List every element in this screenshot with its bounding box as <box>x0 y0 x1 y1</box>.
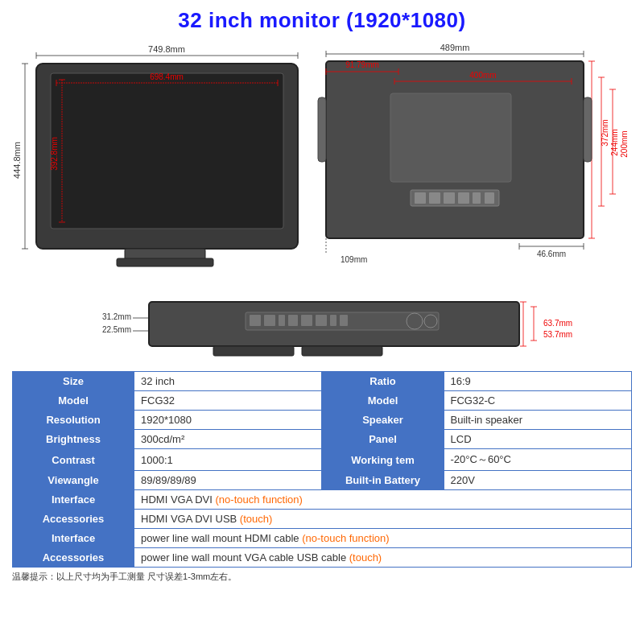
front-diagram: 749.8mm 444.8mm 698.4mm 392.8mm <box>12 41 310 275</box>
spec-value: HDMI VGA DVI USB (touch) <box>134 510 632 529</box>
spec-label: Contrast <box>13 449 134 471</box>
spec-value: FCG32 <box>134 391 322 411</box>
svg-text:400mm: 400mm <box>469 71 496 80</box>
svg-text:109mm: 109mm <box>341 255 367 264</box>
spec-value2: Built-in speaker <box>444 411 631 430</box>
svg-rect-56 <box>458 192 469 204</box>
back-diagram: 489mm 91.79mm 400mm 372mm 244mm <box>318 41 632 275</box>
spec-label2: Working tem <box>322 449 444 471</box>
svg-rect-9 <box>51 73 283 229</box>
footer-note: 温馨提示：以上尺寸均为手工测量 尺寸误差1-3mm左右。 <box>12 571 632 583</box>
svg-rect-73 <box>301 315 312 326</box>
svg-rect-69 <box>250 315 261 326</box>
svg-rect-74 <box>316 315 327 326</box>
spec-label: Resolution <box>13 411 134 430</box>
svg-rect-59 <box>318 97 326 162</box>
bottom-diagram-row: 31.2mm 22.5mm 63 <box>12 278 632 366</box>
svg-text:698.4mm: 698.4mm <box>150 72 184 81</box>
svg-text:372mm: 372mm <box>601 119 609 146</box>
spec-value: power line wall mount VGA cable USB cabl… <box>134 548 632 568</box>
spec-label: Interface <box>13 529 134 548</box>
svg-point-77 <box>407 313 423 329</box>
svg-text:244mm: 244mm <box>610 129 619 155</box>
svg-rect-53 <box>415 192 426 204</box>
svg-text:749.8mm: 749.8mm <box>148 44 185 54</box>
svg-rect-76 <box>340 315 348 326</box>
svg-rect-19 <box>117 258 213 266</box>
bottom-diagram: 31.2mm 22.5mm 63 <box>12 278 624 366</box>
svg-rect-71 <box>279 315 285 326</box>
svg-rect-75 <box>330 315 336 326</box>
spec-value: 32 inch <box>134 372 322 391</box>
spec-value: 300cd/m² <box>134 430 322 449</box>
svg-text:392.8mm: 392.8mm <box>50 137 59 171</box>
svg-rect-70 <box>264 315 275 326</box>
spec-value2: -20°C～60°C <box>444 449 631 471</box>
spec-label: Model <box>13 391 134 411</box>
spec-label: Size <box>13 372 134 391</box>
spec-value2: LCD <box>444 430 631 449</box>
svg-text:200mm: 200mm <box>620 130 629 157</box>
svg-rect-67 <box>302 346 382 356</box>
spec-value2: FCG32-C <box>444 391 631 411</box>
spec-label2: Panel <box>322 430 444 449</box>
spec-label: Accessories <box>13 548 134 568</box>
diagrams-row: 749.8mm 444.8mm 698.4mm 392.8mm <box>12 41 632 275</box>
specs-table: Size32 inchRatio16:9ModelFCG32ModelFCG32… <box>12 371 632 568</box>
spec-label2: Speaker <box>322 411 444 430</box>
page: 32 inch monitor (1920*1080) 749.8mm 444.… <box>0 0 644 589</box>
spec-value: 1000:1 <box>134 449 322 471</box>
spec-value: 89/89/89/89 <box>134 471 322 490</box>
spec-label2: Built-in Battery <box>322 471 444 490</box>
spec-value2: 16:9 <box>444 372 631 391</box>
svg-rect-25 <box>390 93 511 182</box>
spec-label: Viewangle <box>13 471 134 490</box>
svg-text:91.79mm: 91.79mm <box>345 60 379 69</box>
svg-rect-66 <box>213 346 294 356</box>
svg-text:22.5mm: 22.5mm <box>102 325 131 334</box>
spec-label: Interface <box>13 490 134 510</box>
spec-label2: Model <box>322 391 444 411</box>
svg-text:444.8mm: 444.8mm <box>12 142 22 179</box>
spec-value: HDMI VGA DVI (no-touch function) <box>134 490 632 510</box>
spec-value2: 220V <box>444 471 631 490</box>
spec-value: 1920*1080 <box>134 411 322 430</box>
svg-text:53.7mm: 53.7mm <box>543 330 572 339</box>
spec-label: Brightness <box>13 430 134 449</box>
svg-rect-58 <box>485 192 494 204</box>
svg-text:46.6mm: 46.6mm <box>537 250 566 258</box>
svg-text:63.7mm: 63.7mm <box>543 319 572 328</box>
svg-rect-54 <box>429 192 440 204</box>
svg-point-78 <box>424 315 437 328</box>
svg-rect-72 <box>288 315 298 326</box>
page-title: 32 inch monitor (1920*1080) <box>12 8 632 33</box>
svg-text:489mm: 489mm <box>440 43 470 52</box>
svg-rect-57 <box>473 192 481 204</box>
svg-text:31.2mm: 31.2mm <box>102 312 131 321</box>
spec-label2: Ratio <box>322 372 444 391</box>
spec-label: Accessories <box>13 510 134 529</box>
spec-value: power line wall mount HDMI cable (no-tou… <box>134 529 632 548</box>
svg-rect-55 <box>444 192 455 204</box>
svg-rect-60 <box>584 97 592 162</box>
